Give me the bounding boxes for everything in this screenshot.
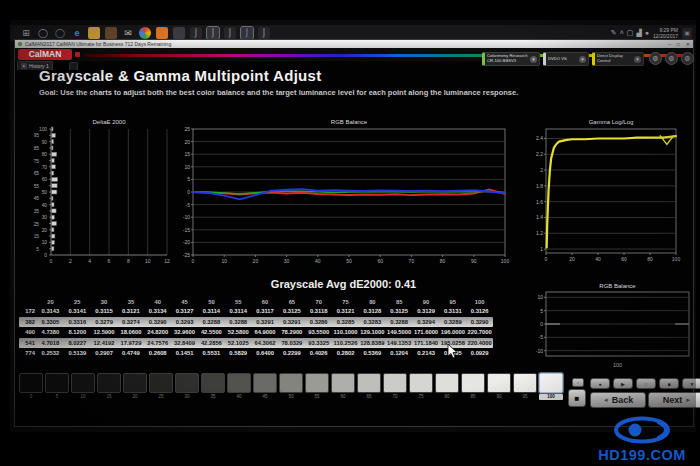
settings-button-3[interactable]: ⚙	[681, 52, 694, 65]
svg-text:15: 15	[34, 234, 40, 239]
table-cell: 8.0227	[64, 340, 91, 346]
file-explorer-icon[interactable]	[88, 27, 100, 39]
svg-text:100: 100	[501, 258, 510, 264]
calman-shortcut-1-icon[interactable]: ⌡	[190, 27, 202, 39]
table-cell: 0.1451	[171, 350, 198, 356]
table-row[interactable]: 3820.33050.33160.32790.32740.32900.32930…	[19, 317, 493, 328]
svg-text:1.8: 1.8	[536, 183, 543, 189]
table-cell: 32.9600	[171, 329, 198, 335]
grayscale-swatch-45[interactable]: 45	[253, 373, 277, 400]
close-button[interactable]: ✕	[686, 40, 690, 48]
grayscale-swatch-95[interactable]: 95	[513, 373, 537, 400]
svg-text:1.4: 1.4	[536, 214, 543, 220]
grayscale-swatch-20[interactable]: 20	[123, 373, 147, 400]
calman-shortcut-3-icon[interactable]: ⌡	[224, 27, 236, 39]
grayscale-swatch-25[interactable]: 25	[149, 373, 173, 400]
optimize-button[interactable]: ○	[636, 378, 656, 389]
grayscale-swatch-70[interactable]: 70	[383, 373, 407, 400]
grayscale-swatch-35[interactable]: 35	[201, 373, 225, 400]
swatch-label: 55	[305, 394, 329, 400]
grayscale-swatch-10[interactable]: 10	[71, 373, 95, 400]
back-button[interactable]: ◄ Back	[590, 392, 646, 408]
read-single-button[interactable]: ▶	[613, 378, 633, 389]
chrome-icon[interactable]	[139, 27, 151, 39]
grayscale-swatch-50[interactable]: 50	[279, 373, 303, 400]
table-row[interactable]: 7740.25320.51390.29070.47490.26080.14510…	[19, 348, 493, 359]
app-gray-icon[interactable]	[173, 27, 185, 39]
table-cell: 0.3121	[117, 308, 144, 314]
table-cell: 110.1000	[332, 329, 359, 335]
grayscale-swatch-90[interactable]: 90	[487, 373, 511, 400]
edge-browser-icon[interactable]: e	[71, 27, 83, 39]
swatch-color	[539, 373, 563, 393]
swatch-label: 35	[201, 394, 225, 400]
svg-text:-25: -25	[183, 252, 190, 258]
calman-shortcut-4-icon[interactable]: ⌡	[258, 27, 270, 39]
grayscale-swatch-65[interactable]: 65	[357, 373, 381, 400]
read-continuous-button[interactable]: ●	[590, 378, 610, 389]
grayscale-swatch-55[interactable]: 55	[305, 373, 329, 400]
photos-app-icon[interactable]	[105, 27, 117, 39]
back-label: Back	[612, 395, 634, 405]
grayscale-swatch-100[interactable]: 100	[539, 373, 563, 400]
svg-text:20: 20	[569, 256, 575, 262]
options-button[interactable]: ▼	[682, 378, 700, 389]
app-orange-icon[interactable]	[156, 27, 168, 39]
stop-button[interactable]: ■	[568, 389, 586, 407]
window-titlebar[interactable]: CalMAN2017 CalMAN Ultimate for Business …	[15, 40, 693, 48]
table-cell: 93.5500	[305, 329, 332, 335]
swatch-label: 30	[175, 394, 199, 400]
next-button[interactable]: Next ►	[648, 392, 700, 408]
grayscale-swatch-40[interactable]: 40	[227, 373, 251, 400]
svg-text:60: 60	[42, 177, 48, 182]
table-cell: 24.7576	[144, 340, 171, 346]
grayscale-swatch-0[interactable]: 0	[19, 373, 43, 400]
svg-text:RGB Balance: RGB Balance	[331, 119, 368, 125]
display-dropdown[interactable]: Direct Display Control▾	[592, 52, 644, 66]
calman-shortcut-2-icon[interactable]: ⌡	[207, 27, 219, 39]
table-cell: 0.3316	[64, 319, 91, 325]
grayscale-swatch-30[interactable]: 30	[175, 373, 199, 400]
swatch-label: 25	[149, 394, 173, 400]
table-column-header: 85	[386, 299, 413, 305]
settings-button-1[interactable]: ⚙	[649, 52, 662, 65]
taskbar-clock[interactable]: 9:29 PM 12/20/2017	[653, 27, 678, 39]
grayscale-swatch-5[interactable]: 5	[45, 373, 69, 400]
table-row-fragment: 172	[19, 308, 37, 314]
table-column-header: 30	[91, 299, 118, 305]
pattern-button[interactable]: ■	[659, 378, 679, 389]
table-cell: 128.8389	[359, 340, 386, 346]
svg-text:40: 40	[315, 258, 321, 264]
table-column-header: 40	[144, 299, 171, 305]
grayscale-swatch-85[interactable]: 85	[461, 373, 485, 400]
table-column-header: 95	[439, 299, 466, 305]
table-column-header: 35	[117, 299, 144, 305]
popout-button[interactable]: ▫	[572, 378, 584, 387]
table-cell: 0.3286	[305, 319, 332, 325]
notification-center-icon[interactable]: ▣	[682, 28, 692, 39]
swatch-label: 90	[487, 394, 511, 400]
start-icon[interactable]: ⊞	[20, 27, 32, 39]
back-arrow-icon: ◄	[603, 397, 609, 403]
table-cell: 110.2526	[332, 340, 359, 346]
swatch-color	[45, 373, 69, 393]
svg-text:70: 70	[42, 165, 48, 170]
table-row[interactable]: 1720.31430.31410.31150.31210.31340.31270…	[19, 306, 493, 317]
meter-dropdown[interactable]: Colorimetry Research CR-100 BBSV3▾	[482, 52, 540, 66]
grayscale-swatch-80[interactable]: 80	[435, 373, 459, 400]
table-row[interactable]: 4904.73808.120012.590018.060024.820032.9…	[19, 327, 493, 338]
cortana-icon[interactable]: ◯	[37, 27, 49, 39]
table-column-header: 60	[252, 299, 279, 305]
task-view-icon[interactable]: ◯	[54, 27, 66, 39]
table-row[interactable]: 5414.70188.022712.419217.972924.757632.8…	[19, 338, 493, 349]
grayscale-swatch-15[interactable]: 15	[97, 373, 121, 400]
calman-app-active-icon[interactable]: ⌡	[241, 27, 253, 39]
mail-icon[interactable]: ✉	[122, 27, 134, 39]
source-dropdown[interactable]: DVDO VS▾	[543, 52, 589, 66]
grayscale-swatch-60[interactable]: 60	[331, 373, 355, 400]
maximize-button[interactable]: □	[677, 40, 680, 48]
settings-button-2[interactable]: ⚙	[665, 52, 678, 65]
grayscale-swatch-75[interactable]: 75	[409, 373, 433, 400]
minimize-button[interactable]: –	[668, 40, 671, 48]
swatch-color	[461, 373, 485, 393]
